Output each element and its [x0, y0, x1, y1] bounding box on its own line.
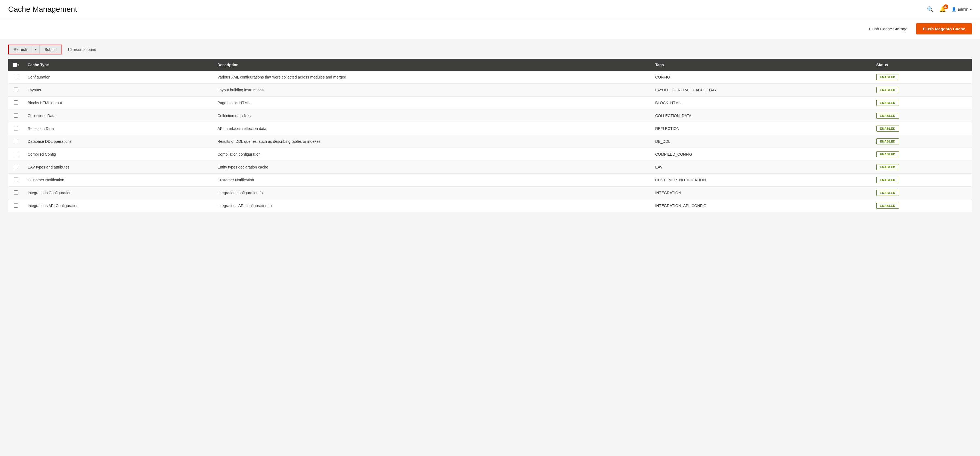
cache-type-cell: Compiled Config: [23, 148, 213, 161]
table-row: LayoutsLayout building instructionsLAYOU…: [8, 84, 972, 97]
table-row: Blocks HTML outputPage blocks HTMLBLOCK_…: [8, 97, 972, 109]
row-checkbox-cell: [8, 122, 23, 135]
row-checkbox-cell: [8, 199, 23, 212]
table-row: Integrations API ConfigurationIntegratio…: [8, 199, 972, 212]
row-checkbox[interactable]: [14, 165, 18, 169]
cache-type-cell: Configuration: [23, 71, 213, 84]
row-checkbox-cell: [8, 174, 23, 187]
table-row: Customer NotificationCustomer Notificati…: [8, 174, 972, 187]
status-badge: ENABLED: [877, 177, 899, 183]
row-checkbox-cell: [8, 148, 23, 161]
status-cell: ENABLED: [872, 109, 972, 122]
cache-type-cell: Integrations Configuration: [23, 187, 213, 199]
status-badge: ENABLED: [877, 139, 899, 144]
tags-cell: EAV: [651, 161, 872, 174]
cache-type-cell: Layouts: [23, 84, 213, 97]
description-column-header: Description: [213, 59, 651, 71]
tags-cell: LAYOUT_GENERAL_CACHE_TAG: [651, 84, 872, 97]
notification-wrapper[interactable]: 🔔 39: [939, 6, 946, 13]
table-row: ConfigurationVarious XML configurations …: [8, 71, 972, 84]
description-cell: Page blocks HTML: [213, 97, 651, 109]
row-checkbox-cell: [8, 161, 23, 174]
tags-cell: CONFIG: [651, 71, 872, 84]
status-badge: ENABLED: [877, 190, 899, 196]
status-cell: ENABLED: [872, 97, 972, 109]
description-cell: Various XML configurations that were col…: [213, 71, 651, 84]
status-badge: ENABLED: [877, 87, 899, 93]
table-row: Compiled ConfigCompilation configuration…: [8, 148, 972, 161]
cache-type-cell: Collections Data: [23, 109, 213, 122]
row-checkbox-cell: [8, 84, 23, 97]
select-all-dropdown-icon[interactable]: ▾: [18, 64, 19, 67]
status-badge: ENABLED: [877, 100, 899, 106]
cache-type-column-header: Cache Type: [23, 59, 213, 71]
status-badge: ENABLED: [877, 164, 899, 170]
row-checkbox[interactable]: [14, 88, 18, 92]
flush-magento-cache-button[interactable]: Flush Magento Cache: [916, 23, 972, 35]
status-cell: ENABLED: [872, 71, 972, 84]
status-badge: ENABLED: [877, 203, 899, 209]
user-dropdown-icon: ▾: [970, 7, 972, 11]
table-row: Reflection DataAPI interfaces reflection…: [8, 122, 972, 135]
refresh-button[interactable]: Refresh: [9, 45, 32, 54]
row-checkbox[interactable]: [14, 203, 18, 207]
row-checkbox-cell: [8, 135, 23, 148]
tags-cell: INTEGRATION_API_CONFIG: [651, 199, 872, 212]
cache-type-cell: Integrations API Configuration: [23, 199, 213, 212]
records-count: 16 records found: [68, 47, 96, 52]
description-cell: Integrations API configuration file: [213, 199, 651, 212]
row-checkbox[interactable]: [14, 177, 18, 182]
tags-cell: DB_DDL: [651, 135, 872, 148]
cache-type-cell: Reflection Data: [23, 122, 213, 135]
action-bar: Flush Cache Storage Flush Magento Cache: [0, 19, 980, 39]
row-checkbox[interactable]: [14, 113, 18, 118]
row-checkbox[interactable]: [14, 139, 18, 143]
header-actions: 🔍 🔔 39 👤 admin ▾: [927, 6, 972, 13]
description-cell: Layout building instructions: [213, 84, 651, 97]
status-cell: ENABLED: [872, 161, 972, 174]
status-cell: ENABLED: [872, 122, 972, 135]
description-cell: Compilation configuration: [213, 148, 651, 161]
status-badge: ENABLED: [877, 126, 899, 132]
flush-cache-storage-button[interactable]: Flush Cache Storage: [865, 24, 912, 34]
table-row: Integrations ConfigurationIntegration co…: [8, 187, 972, 199]
admin-user-menu[interactable]: 👤 admin ▾: [951, 7, 972, 11]
description-cell: Customer Notification: [213, 174, 651, 187]
row-checkbox[interactable]: [14, 190, 18, 195]
row-checkbox[interactable]: [14, 126, 18, 131]
row-checkbox[interactable]: [14, 152, 18, 156]
description-cell: API interfaces reflection data: [213, 122, 651, 135]
cache-type-cell: EAV types and attributes: [23, 161, 213, 174]
tags-column-header: Tags: [651, 59, 872, 71]
description-cell: Collection data files: [213, 109, 651, 122]
status-cell: ENABLED: [872, 174, 972, 187]
table-row: Collections DataCollection data filesCOL…: [8, 109, 972, 122]
submit-button[interactable]: Submit: [40, 45, 62, 54]
toolbar-actions-wrapper: Refresh ▾ Submit: [8, 45, 62, 54]
cache-type-cell: Blocks HTML output: [23, 97, 213, 109]
status-cell: ENABLED: [872, 199, 972, 212]
status-cell: ENABLED: [872, 84, 972, 97]
description-cell: Entity types declaration cache: [213, 161, 651, 174]
tags-cell: REFLECTION: [651, 122, 872, 135]
row-checkbox[interactable]: [14, 75, 18, 79]
row-checkbox-cell: [8, 187, 23, 199]
tags-cell: COMPILED_CONFIG: [651, 148, 872, 161]
select-all-checkbox[interactable]: [13, 63, 17, 67]
cache-table: ▾ Cache Type Description Tags Status Con…: [8, 59, 972, 212]
row-checkbox-cell: [8, 71, 23, 84]
row-checkbox[interactable]: [14, 100, 18, 105]
table-row: Database DDL operationsResults of DDL qu…: [8, 135, 972, 148]
cache-type-cell: Customer Notification: [23, 174, 213, 187]
description-cell: Results of DDL queries, such as describi…: [213, 135, 651, 148]
table-body: ConfigurationVarious XML configurations …: [8, 71, 972, 212]
status-badge: ENABLED: [877, 151, 899, 157]
refresh-dropdown-button[interactable]: ▾: [32, 45, 40, 54]
select-all-column: ▾: [8, 59, 23, 71]
table-row: EAV types and attributesEntity types dec…: [8, 161, 972, 174]
tags-cell: INTEGRATION: [651, 187, 872, 199]
status-cell: ENABLED: [872, 187, 972, 199]
user-icon: 👤: [951, 7, 956, 11]
status-badge: ENABLED: [877, 74, 899, 80]
search-icon[interactable]: 🔍: [927, 6, 934, 13]
